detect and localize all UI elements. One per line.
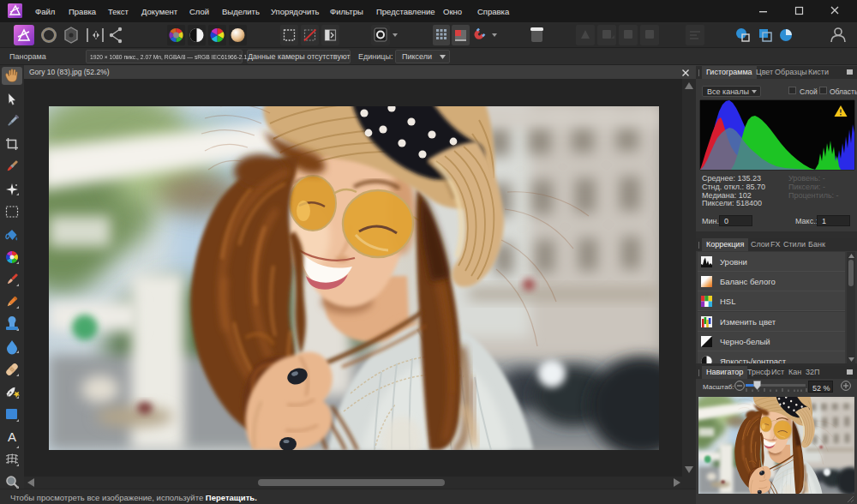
svg-text:A: A bbox=[8, 429, 16, 444]
